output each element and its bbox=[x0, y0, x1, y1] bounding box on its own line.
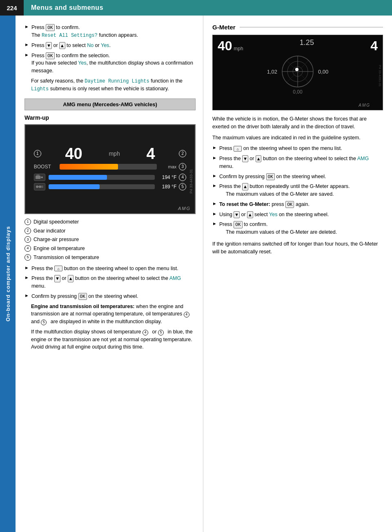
svg-rect-0 bbox=[36, 176, 40, 179]
bullet-confirm-selection: ► Press OK to confirm the selection. If … bbox=[24, 52, 196, 75]
temp-icon-1 bbox=[34, 174, 45, 181]
num-1: 1 bbox=[24, 219, 31, 225]
ok-key-3: OK bbox=[78, 293, 87, 300]
warmup-heading: Warm-up bbox=[24, 114, 196, 121]
sidebar-tab: On-board computer and displays bbox=[0, 16, 16, 532]
amg-text-1: AMG bbox=[169, 275, 181, 281]
header-bar: 224 Menus and submenus bbox=[0, 0, 392, 16]
bullet-arrow-5: ► bbox=[24, 275, 29, 280]
gmeter-bullet-2: ► Press the ▼ or ▲ button on the steerin… bbox=[212, 155, 383, 170]
circle-1: 1 bbox=[34, 150, 41, 157]
gear-value: 4 bbox=[146, 146, 155, 161]
inline-5: 5 bbox=[41, 320, 47, 325]
gmeter-right-val: 0,00 bbox=[318, 69, 328, 75]
bullet-confirm-steer: ► Confirm by pressing OK on the steering… bbox=[24, 293, 196, 300]
temp-bar-fill-2 bbox=[49, 184, 100, 189]
temp-val-2: 189 °F bbox=[158, 184, 176, 190]
gmeter-arrow-3: ► bbox=[212, 173, 217, 178]
gmeter-circle-container bbox=[281, 55, 314, 88]
bullet-arrow-6: ► bbox=[24, 293, 29, 298]
sidebar-label: On-board computer and displays bbox=[5, 226, 11, 322]
gmeter-bullet-text-reset: To reset the G-Meter: press OK again. bbox=[219, 201, 310, 208]
num-item-5: 5 Transmission oil temperature bbox=[24, 254, 196, 262]
temp-bar-2 bbox=[49, 184, 155, 189]
bullet-arrow: ► bbox=[24, 24, 29, 29]
gmeter-up-key: ▲ bbox=[256, 155, 262, 162]
gmeter-bullet-4: ► Press the ▲ button repeatedly until th… bbox=[212, 183, 383, 198]
num-item-3: 3 Charge-air pressure bbox=[24, 236, 196, 244]
gmeter-footer: If the ignition remains switched off for… bbox=[212, 240, 383, 256]
circle-2: 2 bbox=[179, 150, 186, 157]
gmeter-circle-svg bbox=[281, 55, 314, 88]
num-4: 4 bbox=[24, 245, 31, 252]
gmeter-gear-val: 4 bbox=[370, 38, 378, 53]
up-key-2: ▲ bbox=[68, 275, 74, 282]
gmeter-reset-bold: To reset the G-Meter: bbox=[219, 201, 270, 207]
gmeter-arrow-2: ► bbox=[212, 155, 217, 160]
temp-val-1: 194 °F bbox=[158, 174, 176, 180]
main-content: On-board computer and displays ► Press O… bbox=[0, 16, 392, 532]
ok-key: OK bbox=[46, 24, 54, 31]
gmeter-bottom-val: 0,00 bbox=[213, 89, 383, 95]
ok-key-2: OK bbox=[46, 52, 54, 59]
gmeter-up-key-3: ▲ bbox=[247, 211, 253, 218]
bullet-select-no-yes: ► Press ▼ or ▲ to select No or Yes. bbox=[24, 42, 196, 49]
gmeter-bullet-3: ► Confirm by pressing OK on the steering… bbox=[212, 173, 383, 181]
left-column: ► Press OK to confirm. The Reset All Set… bbox=[16, 16, 203, 532]
amg-logo: AMG bbox=[178, 206, 191, 211]
temp-row-2: 189 °F 5 bbox=[34, 183, 187, 190]
gmeter-arrow-1: ► bbox=[212, 145, 217, 150]
boost-bar-fill bbox=[60, 164, 118, 170]
svg-rect-7 bbox=[37, 186, 40, 187]
gmeter-speed-val: 40 bbox=[218, 38, 232, 53]
num-3: 3 bbox=[24, 236, 31, 243]
page-number: 224 bbox=[0, 0, 24, 16]
title-underline bbox=[240, 27, 383, 27]
svg-rect-2 bbox=[38, 174, 39, 176]
num-list: 1 Digital speedometer 2 Gear indicator 3… bbox=[24, 218, 196, 262]
num-item-2: 2 Gear indicator bbox=[24, 227, 196, 235]
num-2: 2 bbox=[24, 228, 31, 234]
warmup-top-row: 1 40 mph 4 2 bbox=[34, 146, 187, 161]
circle-5: 5 bbox=[179, 183, 186, 190]
gmeter-img-ref: P4 33-4281-31 bbox=[378, 65, 382, 87]
warmup-display: 1 40 mph 4 2 BOOST max 3 bbox=[25, 125, 195, 213]
amg-menu-box: AMG menu (Mercedes-AMG vehicles) bbox=[24, 98, 196, 110]
speed-value: 40 bbox=[65, 146, 82, 161]
gmeter-image: 40 mph 1.25 4 1,02 bbox=[212, 35, 383, 110]
gmeter-arrow-4: ► bbox=[212, 183, 217, 188]
gmeter-arrow-6: ► bbox=[212, 221, 217, 226]
gmeter-ok-2: OK bbox=[234, 221, 242, 228]
gmeter-amg-logo: AMG bbox=[359, 103, 370, 107]
bullet-arrow-2: ► bbox=[24, 42, 29, 47]
warmup-image: 1 40 mph 4 2 BOOST max 3 bbox=[24, 124, 196, 214]
home-key: ⌂ bbox=[54, 266, 62, 271]
gmeter-title-line: G-Meter bbox=[212, 24, 383, 31]
gmeter-bullet-text-2: Press the ▼ or ▲ button on the steering … bbox=[219, 155, 383, 170]
gmeter-arrow-5: ► bbox=[212, 211, 217, 216]
engine-para-text: Engine and transmission oil temperatures… bbox=[31, 304, 192, 325]
bullet-text-3: Press OK to confirm the selection. If yo… bbox=[31, 52, 196, 75]
gmeter-down-key-2: ▼ bbox=[234, 211, 240, 218]
num-text-3: Charge-air pressure bbox=[33, 236, 79, 244]
img-ref-left: P4 33-4433-31 bbox=[189, 169, 193, 194]
gmeter-deleted-note: The maximum values of the G-Meter are de… bbox=[226, 229, 337, 235]
speed-unit: mph bbox=[109, 150, 120, 157]
gmeter-desc-1: While the vehicle is in motion, the G-Me… bbox=[212, 115, 383, 131]
bullet-text-2: Press ▼ or ▲ to select No or Yes. bbox=[31, 42, 111, 49]
gmeter-bullet-text-1: Press ⌂ on the steering wheel to open th… bbox=[219, 145, 342, 152]
yes-text-2: Yes bbox=[78, 60, 86, 66]
engine-bold: Engine and transmission oil temperatures… bbox=[31, 304, 135, 309]
gmeter-down-key: ▼ bbox=[242, 155, 248, 162]
bullet-text-6: Confirm by pressing OK on the steering w… bbox=[31, 293, 138, 300]
num-text-1: Digital speedometer bbox=[33, 218, 79, 226]
boost-bar bbox=[60, 164, 157, 170]
num-item-1: 1 Digital speedometer bbox=[24, 218, 196, 226]
blue-para: If the multifunction display shows oil t… bbox=[31, 328, 196, 351]
boost-max: max bbox=[160, 164, 176, 169]
gmeter-yes-text: Yes bbox=[269, 212, 277, 217]
temp-bar-1 bbox=[49, 175, 155, 180]
bullet-home-btn: ► Press the ⌂ button on the steering whe… bbox=[24, 265, 196, 273]
inline-5b: 5 bbox=[158, 330, 164, 335]
gmeter-desc-2: The maximum values are indicated in red … bbox=[212, 134, 383, 142]
